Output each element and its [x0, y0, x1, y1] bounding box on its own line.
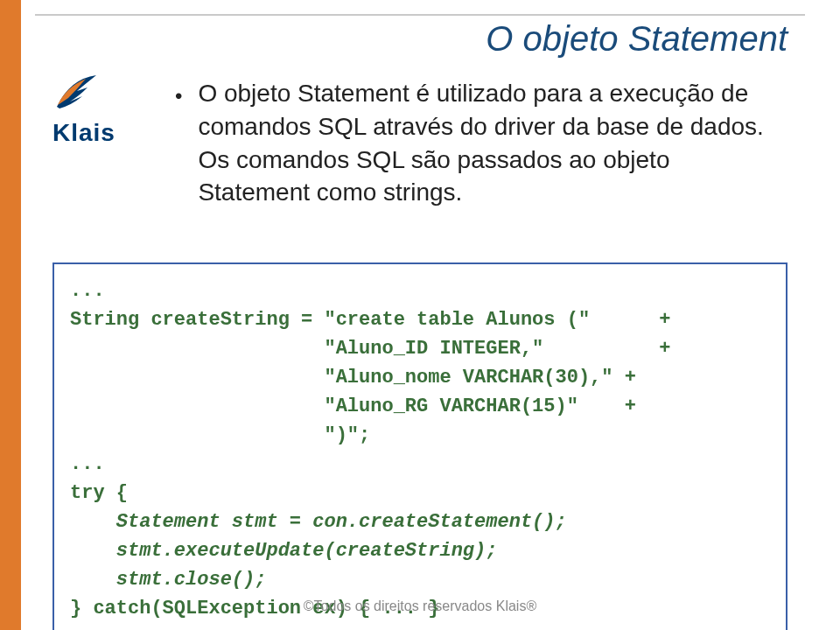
code-line-3: "Aluno_ID INTEGER," + [70, 334, 770, 363]
code-line-5: "Aluno_RG VARCHAR(15)" + [70, 392, 770, 421]
logo-text: Klais [52, 119, 175, 147]
code-line-6: ")"; [70, 421, 770, 450]
code-line-8: try { [70, 479, 770, 508]
code-line-9: Statement stmt = con.createStatement(); [70, 508, 770, 536]
bullet-content: • O objeto Statement é utilizado para a … [175, 77, 779, 209]
code-line-7: ... [70, 450, 770, 479]
slide-title: O objeto Statement [486, 19, 788, 59]
bullet-dot-icon: • [175, 82, 182, 110]
header-divider [35, 14, 805, 16]
copyright-footer: ©Todos os direitos reservados Klais® [0, 598, 840, 614]
code-snippet-box: ... String createString = "create table … [52, 262, 788, 630]
code-line-4: "Aluno_nome VARCHAR(30)," + [70, 363, 770, 392]
code-line-2: String createString = "create table Alun… [70, 305, 770, 334]
code-line-11: stmt.close(); [70, 565, 770, 594]
code-line-10: stmt.executeUpdate(createString); [70, 536, 770, 565]
bullet-text: O objeto Statement é utilizado para a ex… [198, 77, 779, 209]
logo-block: Klais [52, 70, 175, 147]
code-line-1: ... [70, 276, 770, 305]
left-accent-bar [0, 0, 21, 630]
klais-bird-icon [52, 70, 105, 114]
